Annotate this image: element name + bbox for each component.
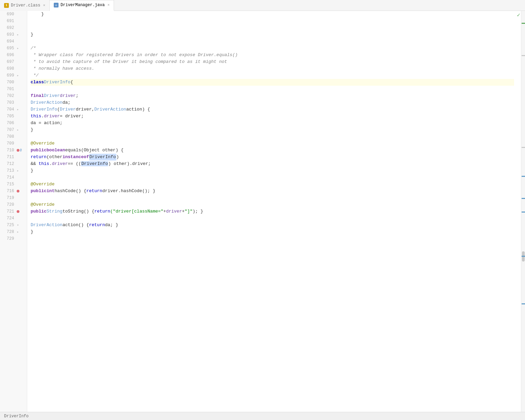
tab-driver-class-close[interactable]: × [43,3,45,7]
line-number-714: 714 [0,174,17,181]
code-line-706: da = action; [31,120,514,127]
fold-icon-725[interactable]: ▾ [17,223,19,227]
gutter-icons-695: ▸ [17,46,27,50]
code-line-709: @Override [31,140,514,147]
code-line-729 [31,235,514,242]
line-number-729: 729 [0,235,17,242]
scrollbar-track[interactable] [521,11,525,412]
code-line-694 [31,38,514,45]
line-number-724: 724 [0,215,17,222]
fold-icon-693[interactable]: ▸ [17,33,19,37]
line-number-711: 711 [0,154,17,161]
bookmark-710: @ [20,149,21,152]
fold-icon-707[interactable]: ▸ [17,128,19,132]
line-number-725: 725 [0,222,17,229]
line-number-713: 713 [0,167,17,174]
code-line-697: * to avoid the capture of the Driver it … [31,58,514,65]
gutter-row-707: 707▸ [0,127,27,133]
line-number-721: 721 [0,208,17,215]
tab-driver-class[interactable]: 1 Driver.class × [0,0,50,11]
gutter-row-694: 694 [0,38,27,45]
code-area[interactable]: }}/* * Wrapper class for registered Driv… [27,11,521,412]
code-line-725: DriverAction action() { return da; } [31,222,514,229]
gutter-row-693: 693▸ [0,31,27,38]
scrollbar-mark-4 [522,198,525,199]
line-number-716: 716 [0,188,17,195]
code-line-690: } [31,11,514,18]
line-number-706: 706 [0,120,17,127]
gutter-icons-713: ▸ [17,169,27,173]
code-line-728: } [31,229,514,235]
code-line-711: return (other instanceof DriverInfo) [31,154,514,161]
code-line-700: class DriverInfo { [31,79,514,86]
line-number-709: 709 [0,140,17,147]
code-line-714 [31,174,514,181]
gutter-row-712: 712 [0,161,27,167]
line-number-728: 728 [0,229,17,235]
tab-driver-manager-label: DriverManager.java [61,3,105,7]
breakpoint-721[interactable] [17,210,19,213]
line-number-gutter: 690691692693▸694695▸696697698699▸7007017… [0,11,27,412]
code-line-713: } [31,167,514,174]
line-number-693: 693 [0,31,17,38]
line-number-696: 696 [0,52,17,58]
line-number-692: 692 [0,24,17,31]
gutter-icons-721 [17,210,27,213]
tab-bar: 1 Driver.class × ◇ DriverManager.java × [0,0,525,11]
code-line-712: && this.driver == ((DriverInfo) other).d… [31,161,514,167]
code-line-702: final Driver driver; [31,93,514,99]
status-bar: DriverInfo [0,412,525,420]
line-number-701: 701 [0,86,17,93]
breakpoint-710[interactable] [17,149,19,152]
gutter-row-700: 700 [0,79,27,86]
code-line-721: public String toString() { return ("driv… [31,208,514,215]
gutter-icons-699: ▸ [17,73,27,78]
code-line-699: */ [31,72,514,79]
gutter-icons-716 [17,190,27,192]
line-number-694: 694 [0,38,17,45]
gutter-row-729: 729 [0,235,27,242]
line-number-697: 697 [0,58,17,65]
gutter-row-703: 703 [0,99,27,106]
gutter-row-728: 728▸ [0,229,27,235]
gutter-row-697: 697 [0,58,27,65]
code-line-710: public boolean equals(Object other) { [31,147,514,154]
gutter-row-709: 709 [0,140,27,147]
line-number-691: 691 [0,18,17,24]
line-number-704: 704 [0,106,17,113]
fold-icon-695[interactable]: ▸ [17,46,19,50]
gutter-row-708: 708 [0,133,27,140]
code-line-724 [31,215,514,222]
tab-driver-manager-close[interactable]: × [108,3,110,7]
gutter-row-699: 699▸ [0,72,27,79]
gutter-row-713: 713▸ [0,167,27,174]
gutter-row-721: 721 [0,208,27,215]
code-line-701 [31,86,514,93]
fold-icon-728[interactable]: ▸ [17,230,19,234]
fold-icon-699[interactable]: ▸ [17,73,19,78]
line-number-700: 700 [0,79,17,86]
gutter-row-706: 706 [0,120,27,127]
line-number-710: 710 [0,147,17,154]
code-line-707: } [31,127,514,133]
fold-icon-704[interactable]: ▸ [17,107,19,112]
gutter-row-724: 724 [0,215,27,222]
gutter-row-725: 725▾ [0,222,27,229]
scrollbar-mark-6 [522,256,525,257]
line-number-698: 698 [0,65,17,72]
tab-driver-manager[interactable]: ◇ DriverManager.java × [50,0,114,11]
gutter-icons-707: ▸ [17,128,27,132]
breakpoint-716[interactable] [17,190,19,192]
gutter-row-702: 702 [0,93,27,99]
scrollbar-mark-0 [522,23,525,24]
line-number-720: 720 [0,201,17,208]
fold-icon-713[interactable]: ▸ [17,169,19,173]
line-number-703: 703 [0,99,17,106]
line-number-715: 715 [0,181,17,188]
code-line-698: * normally have access. [31,65,514,72]
line-number-712: 712 [0,161,17,167]
code-line-696: * Wrapper class for registered Drivers i… [31,52,514,58]
driver-manager-icon: ◇ [54,3,59,7]
gutter-row-705: 705 [0,113,27,120]
code-line-719 [31,195,514,201]
